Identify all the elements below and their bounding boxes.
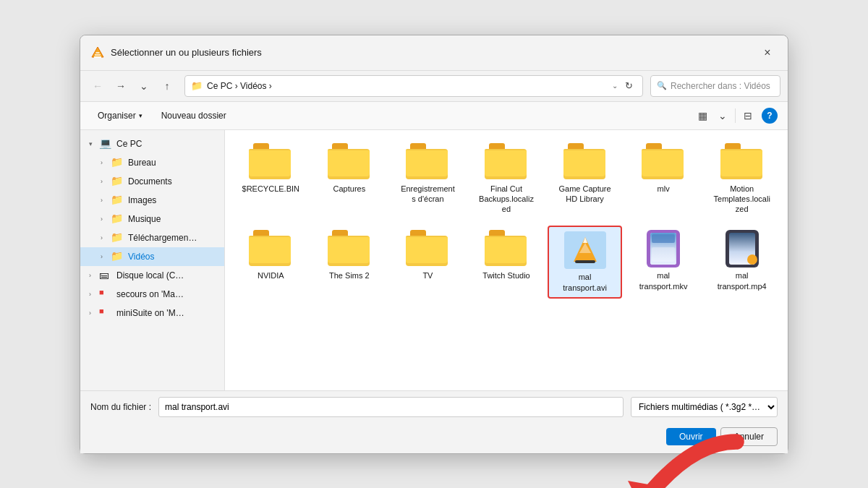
sidebar: ▾ 💻 Ce PC › 📁 Bureau › 📁 Documents › 📁 <box>80 130 225 390</box>
sidebar-item-telechargements[interactable]: › 📁 Téléchargemen… <box>80 228 224 247</box>
help-button[interactable]: ? <box>762 108 778 124</box>
secours-chevron: › <box>89 291 99 298</box>
folder-icon-sims2 <box>328 230 371 267</box>
grid-view-button[interactable]: ▦ <box>693 106 712 125</box>
toolbar-divider <box>735 108 736 123</box>
musique-chevron: › <box>101 215 111 223</box>
file-label-captures: Captures <box>333 184 366 194</box>
file-item-captures[interactable]: Captures <box>312 139 387 219</box>
minisuite-chevron: › <box>89 309 99 317</box>
file-label-enregistrements: Enregistrements d'écran <box>399 184 456 205</box>
telechargements-chevron: › <box>101 234 111 241</box>
forward-button[interactable]: → <box>111 76 131 96</box>
folder-icon-gamecapture <box>563 143 607 181</box>
sidebar-item-minisuite[interactable]: › ■ miniSuite on 'M… <box>80 304 224 322</box>
secours-icon: ■ <box>99 288 112 301</box>
folder-icon-tv <box>406 230 449 267</box>
musique-icon: 📁 <box>111 213 124 226</box>
documents-icon: 📁 <box>111 175 124 188</box>
open-button[interactable]: Ouvrir <box>666 428 716 445</box>
bureau-label: Bureau <box>128 158 156 168</box>
disque-label: Disque local (C… <box>116 270 184 281</box>
details-view-dropdown[interactable]: ⌄ <box>713 106 732 125</box>
videos-label: Vidéos <box>128 252 154 262</box>
vlc-cone-svg <box>569 234 601 266</box>
bottom-actions: Ouvrir Annuler <box>80 423 788 453</box>
sidebar-item-musique[interactable]: › 📁 Musique <box>80 210 224 228</box>
folder-icon-enregistrements <box>406 143 449 181</box>
up-button[interactable]: ↑ <box>157 76 177 96</box>
address-bar[interactable]: 📁 Ce PC › Vidéos › ⌄ ↻ <box>184 75 643 97</box>
organise-chevron: ▾ <box>139 112 142 119</box>
file-item-mal-mp4[interactable]: mal transport.mp4 <box>705 226 779 299</box>
bottom-bar: Nom du fichier : Fichiers multimédias ( … <box>80 390 788 423</box>
new-folder-button[interactable]: Nouveau dossier <box>154 108 234 124</box>
sidebar-item-videos[interactable]: › 📁 Vidéos <box>80 247 224 266</box>
sidebar-item-disquelocal[interactable]: › 🖴 Disque local (C… <box>80 266 224 285</box>
file-item-tv[interactable]: TV <box>391 226 465 299</box>
images-chevron: › <box>101 197 111 204</box>
refresh-button[interactable]: ↻ <box>621 78 637 94</box>
file-item-nvidia[interactable]: NVIDIA <box>234 226 308 299</box>
file-item-finalcut[interactable]: Final Cut Backups.localized <box>469 139 544 219</box>
videos-chevron: › <box>101 253 111 260</box>
sidebar-item-cepc[interactable]: ▾ 💻 Ce PC <box>80 134 224 153</box>
folder-icon-srecycle <box>249 143 292 181</box>
file-label-gamecapture: Game Capture HD Library <box>556 184 614 205</box>
organise-label: Organiser <box>98 111 136 121</box>
documents-label: Documents <box>128 176 172 187</box>
folder-icon-motion <box>720 143 764 181</box>
main-area: ▾ 💻 Ce PC › 📁 Bureau › 📁 Documents › 📁 <box>80 130 788 390</box>
vlc-titlebar-icon <box>90 46 105 60</box>
musique-label: Musique <box>128 214 161 224</box>
close-button[interactable]: × <box>757 43 778 63</box>
file-item-srecycle[interactable]: $RECYCLE.BIN <box>234 139 308 219</box>
view-buttons: ▦ ⌄ ⊟ ? <box>693 106 778 125</box>
file-item-sims2[interactable]: The Sims 2 <box>312 226 387 299</box>
file-item-mal-mkv[interactable]: mal transport.mkv <box>626 226 701 299</box>
dialog-title: Sélectionner un ou plusieurs fichiers <box>111 47 757 58</box>
filetype-select[interactable]: Fichiers multimédias ( *.3g2 *… <box>631 397 778 417</box>
phone-thumb-mkv <box>647 230 680 267</box>
filename-label: Nom du fichier : <box>90 402 151 412</box>
minisuite-label: miniSuite on 'M… <box>116 308 184 318</box>
search-bar[interactable]: 🔍 Rechercher dans : Vidéos <box>650 75 780 97</box>
file-label-sims2: The Sims 2 <box>329 270 370 281</box>
file-label-twitchstudio: Twitch Studio <box>482 270 529 281</box>
action-bar: Organiser ▾ Nouveau dossier ▦ ⌄ ⊟ ? <box>80 102 788 130</box>
folder-icon-nvidia <box>249 230 292 267</box>
back-button[interactable]: ← <box>88 76 108 96</box>
sidebar-item-images[interactable]: › 📁 Images <box>80 191 224 210</box>
telechargements-label: Téléchargemen… <box>128 233 197 243</box>
file-item-mlv[interactable]: mlv <box>626 139 701 219</box>
sidebar-item-secours[interactable]: › ■ secours on 'Ma… <box>80 285 224 304</box>
filename-input[interactable] <box>158 397 624 417</box>
address-text: Ce PC › Vidéos › <box>207 81 612 91</box>
file-item-mal-avi[interactable]: mal transport.avi <box>548 226 622 299</box>
address-chevron: ⌄ <box>612 82 618 90</box>
file-label-mal-mkv: mal transport.mkv <box>634 270 692 291</box>
images-label: Images <box>128 195 156 205</box>
folder-icon-captures <box>328 143 371 181</box>
cancel-button[interactable]: Annuler <box>720 427 778 446</box>
navigation-toolbar: ← → ⌄ ↑ 📁 Ce PC › Vidéos › ⌄ ↻ 🔍 Recherc… <box>80 71 788 102</box>
file-item-twitchstudio[interactable]: Twitch Studio <box>469 226 544 299</box>
file-item-gamecapture[interactable]: Game Capture HD Library <box>548 139 622 219</box>
layout-button[interactable]: ⊟ <box>739 106 757 125</box>
file-label-nvidia: NVIDIA <box>258 270 284 281</box>
file-item-enregistrements[interactable]: Enregistrements d'écran <box>391 139 465 219</box>
file-label-mlv: mlv <box>658 184 670 194</box>
sidebar-item-bureau[interactable]: › 📁 Bureau <box>80 153 224 172</box>
disque-icon: 🖴 <box>99 269 112 282</box>
organise-button[interactable]: Organiser ▾ <box>90 108 150 124</box>
file-label-finalcut: Final Cut Backups.localized <box>477 184 535 215</box>
dropdown-button[interactable]: ⌄ <box>134 76 154 96</box>
titlebar: Sélectionner un ou plusieurs fichiers × <box>80 35 788 71</box>
documents-chevron: › <box>101 178 111 185</box>
file-item-motion[interactable]: Motion Templates.localized <box>705 139 779 219</box>
vlc-file-icon <box>564 231 606 269</box>
svg-marker-0 <box>92 47 103 57</box>
bureau-icon: 📁 <box>111 156 124 169</box>
file-label-mal-avi: mal transport.avi <box>556 272 614 293</box>
sidebar-item-documents[interactable]: › 📁 Documents <box>80 172 224 191</box>
